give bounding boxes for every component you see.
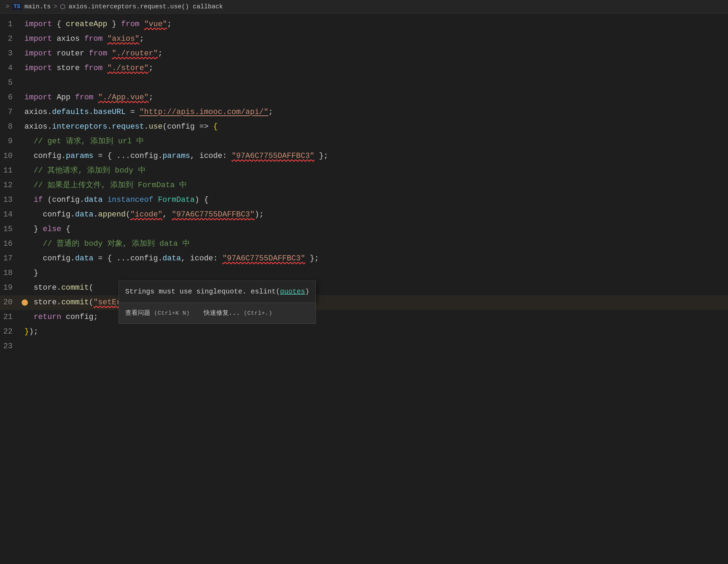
title-bar: > TS main.ts > ⬡ axios.interceptors.requ…: [0, 0, 728, 14]
token: request: [112, 122, 144, 131]
token: interceptors: [52, 122, 107, 131]
token: config;: [61, 313, 98, 321]
line-number-10: 10: [0, 149, 21, 163]
token: import: [24, 93, 52, 102]
code-line-4: 4import store from "./store";: [0, 61, 728, 76]
line-content-15: } else {: [21, 222, 728, 237]
token: import: [24, 35, 52, 43]
token: = { ...config.: [93, 254, 162, 263]
token: [24, 137, 33, 146]
code-line-1: 1import { createApp } from "vue";: [0, 17, 728, 32]
token: axios: [52, 35, 84, 43]
line-content-8: axios.interceptors.request.use(config =>…: [21, 120, 728, 134]
tooltip-action-view[interactable]: 查看问题 (Ctrl+K N): [125, 306, 190, 321]
line-content-10: config.params = { ...config.params, icod…: [21, 149, 728, 163]
token: (: [89, 298, 93, 307]
token: import: [24, 49, 52, 58]
token: defaults: [52, 108, 89, 116]
token: "97A6C7755DAFFBC3": [222, 254, 305, 263]
token: (config =>: [162, 122, 213, 131]
token: .: [107, 122, 112, 131]
token: ;: [149, 93, 153, 102]
token: "icode": [130, 210, 162, 219]
tooltip-action-fix[interactable]: 快速修复... (Ctrl+.): [204, 306, 272, 321]
token: "97A6C7755DAFFBC3": [172, 210, 255, 219]
code-line-18: 18 }Strings must use singlequote. eslint…: [0, 266, 728, 281]
token: "vue": [144, 20, 167, 29]
token: from: [84, 64, 103, 73]
token: [24, 196, 33, 204]
code-line-13: 13 if (config.data instanceof FormData) …: [0, 193, 728, 207]
token: [24, 181, 33, 190]
line-number-13: 13: [0, 193, 21, 207]
code-line-17: 17 config.data = { ...config.data, icode…: [0, 251, 728, 266]
filename[interactable]: main.ts: [24, 3, 51, 10]
tooltip-main: Strings must use singlequote. eslint(quo…: [119, 281, 316, 303]
line-content-18: }Strings must use singlequote. eslint(qu…: [21, 266, 728, 281]
token: import: [24, 64, 52, 73]
code-line-12: 12 // 如果是上传文件, 添加到 FormData 中: [0, 178, 728, 193]
code-line-14: 14 config.data.append("icode", "97A6C775…: [0, 207, 728, 222]
token: , icode:: [190, 152, 232, 160]
token: commit: [61, 283, 89, 292]
ts-icon: TS: [12, 3, 22, 10]
token: , icode:: [181, 254, 222, 263]
line-content-2: import axios from "axios";: [21, 32, 728, 46]
token: config.: [24, 254, 75, 263]
line-content-1: import { createApp } from "vue";: [21, 17, 728, 32]
token: {: [52, 20, 66, 29]
token: .: [47, 108, 52, 116]
line-content-12: // 如果是上传文件, 添加到 FormData 中: [21, 178, 728, 193]
token: }: [24, 327, 29, 336]
token: App: [52, 93, 75, 102]
token: data: [75, 210, 93, 219]
token: ;: [158, 49, 162, 58]
token: [153, 196, 158, 204]
token: from: [89, 49, 107, 58]
line-number-8: 8: [0, 120, 21, 134]
token: .: [89, 108, 93, 116]
token: };: [305, 254, 319, 263]
line-number-22: 22: [0, 325, 21, 339]
code-line-11: 11 // 其他请求, 添加到 body 中: [0, 163, 728, 178]
tooltip: Strings must use singlequote. eslint(quo…: [119, 281, 316, 324]
token: params: [162, 152, 190, 160]
token: =: [126, 108, 139, 116]
token: instanceof: [107, 196, 153, 204]
token: use: [149, 122, 162, 131]
line-number-18: 18: [0, 266, 21, 281]
debug-dot: [22, 299, 28, 306]
token: // 如果是上传文件, 添加到 FormData 中: [33, 181, 187, 190]
code-line-16: 16 // 普通的 body 对象, 添加到 data 中: [0, 237, 728, 251]
code-line-23: 23: [0, 339, 728, 354]
token: data: [75, 254, 93, 263]
token: ;: [268, 108, 273, 116]
token: // 其他请求, 添加到 body 中: [33, 166, 145, 175]
code-line-7: 7axios.defaults.baseURL = "http://apis.i…: [0, 105, 728, 120]
token: store: [52, 64, 84, 73]
token: (: [89, 283, 93, 292]
line-content-9: // get 请求, 添加到 url 中: [21, 134, 728, 149]
token: axios: [24, 122, 47, 131]
token: [107, 49, 112, 58]
token: store.: [24, 283, 61, 292]
line-content-4: import store from "./store";: [21, 61, 728, 76]
token: }: [24, 269, 38, 277]
line-content-14: config.data.append("icode", "97A6C7755DA…: [21, 207, 728, 222]
eslint-link[interactable]: quotes: [280, 288, 305, 296]
code-line-5: 5: [0, 76, 728, 90]
token: ,: [162, 210, 172, 219]
token: append: [98, 210, 126, 219]
line-number-3: 3: [0, 46, 21, 61]
token: // get 请求, 添加到 url 中: [33, 137, 144, 146]
token: from: [84, 35, 103, 43]
token: "axios": [107, 35, 139, 43]
token: [103, 35, 107, 43]
code-line-3: 3import router from "./router";: [0, 46, 728, 61]
chevron-icon: >: [6, 3, 9, 10]
line-number-1: 1: [0, 17, 21, 32]
line-content-6: import App from "./App.vue";: [21, 90, 728, 105]
line-number-23: 23: [0, 339, 21, 354]
code-line-6: 6import App from "./App.vue";: [0, 90, 728, 105]
token: [139, 20, 144, 29]
